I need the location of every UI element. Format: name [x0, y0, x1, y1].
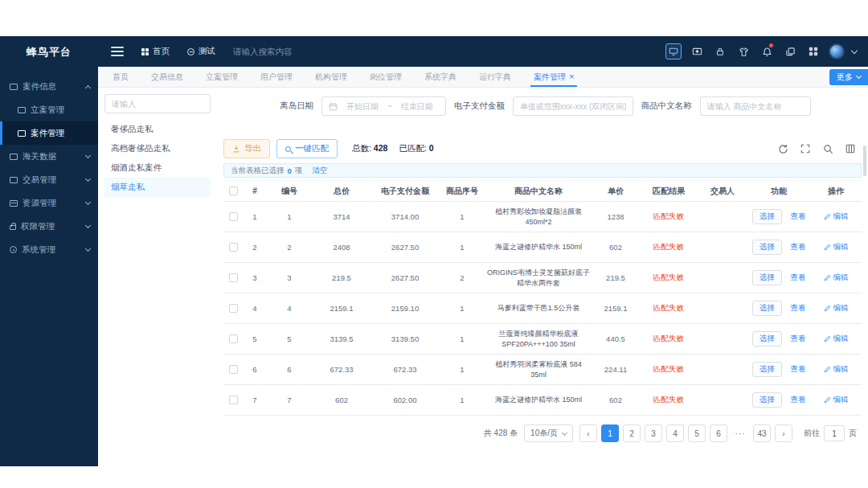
edit-link[interactable]: 编辑 — [824, 273, 849, 283]
page-button[interactable]: 6 — [710, 424, 727, 442]
sidebar-item[interactable]: 案件管理 — [0, 121, 98, 145]
edit-link[interactable]: 编辑 — [824, 242, 849, 252]
tab[interactable]: 岗位管理 × — [358, 67, 413, 87]
sidebar-item[interactable]: 交易管理 — [0, 168, 98, 191]
table-row: 1 1 3714 3714.00 1 植村秀彩妆卸妆凝脂洁颜装 450ml*2 … — [223, 202, 862, 232]
hamburger-menu-icon[interactable] — [111, 47, 124, 56]
page-button[interactable]: 3 — [645, 424, 662, 442]
sidebar-item[interactable]: 资源管理 — [0, 191, 98, 215]
start-date-input[interactable] — [341, 102, 384, 111]
column-settings-button[interactable] — [844, 142, 857, 155]
page-button[interactable]: ··· — [731, 424, 749, 442]
tab[interactable]: 交易信息 × — [140, 67, 194, 87]
fullscreen-button[interactable] — [799, 142, 812, 155]
page-button[interactable]: 4 — [666, 424, 684, 442]
page-button[interactable]: ‹ — [579, 424, 597, 442]
edit-link[interactable]: 编辑 — [824, 211, 849, 222]
category-item[interactable]: 奢侈品走私 — [104, 120, 211, 139]
select-button[interactable]: 选择 — [752, 209, 782, 224]
table-row: 3 3 219.5 2627.50 2 ORIGINS韦博士灵芝菌菇好底子精华水… — [223, 263, 862, 293]
edit-link[interactable]: 编辑 — [824, 303, 849, 314]
category-search-input[interactable] — [104, 94, 211, 113]
view-link[interactable]: 查看 — [790, 395, 805, 405]
tab[interactable]: 案件管理 × — [522, 67, 585, 87]
screen-share-icon[interactable] — [689, 43, 705, 59]
category-item[interactable]: 烟草走私 — [104, 178, 211, 197]
lock-icon[interactable] — [712, 43, 728, 59]
nav-test[interactable]: 测试 — [187, 46, 215, 57]
page-button[interactable]: 1 — [601, 424, 619, 442]
avatar[interactable] — [829, 43, 845, 59]
cell-seq: 1 — [439, 394, 485, 406]
view-link[interactable]: 查看 — [790, 303, 805, 314]
select-button[interactable]: 选择 — [752, 392, 782, 408]
notification-badge — [769, 43, 773, 47]
view-link[interactable]: 查看 — [790, 364, 805, 375]
sidebar-item[interactable]: 系统管理 — [0, 238, 98, 261]
table-toolbar: 导出 一键匹配 总数: 428 已匹配: 0 — [223, 139, 862, 158]
tab[interactable]: 立案管理 × — [194, 67, 249, 87]
cell-trader — [698, 307, 747, 310]
select-button[interactable]: 选择 — [752, 240, 782, 255]
view-link[interactable]: 查看 — [790, 334, 805, 344]
page-button[interactable]: 5 — [688, 424, 706, 442]
edit-link[interactable]: 编辑 — [824, 395, 849, 405]
tab[interactable]: 系统字典 × — [413, 67, 468, 87]
chevron-down-icon[interactable] — [851, 47, 858, 53]
global-search-input[interactable] — [233, 47, 362, 56]
bell-icon[interactable] — [759, 43, 775, 59]
row-checkbox[interactable] — [229, 334, 238, 343]
product-name-input[interactable] — [700, 96, 811, 116]
sidebar-item[interactable]: 权限管理 — [0, 215, 98, 238]
edit-link[interactable]: 编辑 — [824, 364, 849, 375]
view-link[interactable]: 查看 — [790, 242, 805, 252]
row-checkbox[interactable] — [229, 273, 238, 282]
cell-trader — [698, 399, 747, 402]
tab[interactable]: 用户管理 × — [249, 67, 304, 87]
category-item-label: 高档奢侈品走私 — [111, 143, 170, 153]
page-button[interactable]: 43 — [753, 424, 771, 442]
row-checkbox[interactable] — [229, 396, 238, 404]
refresh-button[interactable] — [776, 142, 789, 155]
sidebar-item[interactable]: 案件信息 — [0, 75, 98, 98]
more-button[interactable]: 更多 — [829, 69, 868, 85]
table-search-button[interactable] — [821, 142, 834, 155]
layers-icon[interactable] — [782, 43, 798, 59]
view-link[interactable]: 查看 — [790, 273, 805, 283]
nav-home[interactable]: 首页 — [141, 46, 170, 57]
monitor-icon[interactable] — [665, 43, 682, 59]
edit-link[interactable]: 编辑 — [824, 334, 849, 344]
page-size-select[interactable]: 10条/页 — [524, 424, 573, 442]
date-range-picker[interactable]: ~ — [321, 96, 446, 116]
apps-grid-icon[interactable] — [805, 43, 821, 59]
one-click-match-button[interactable]: 一键匹配 — [276, 139, 338, 158]
select-button[interactable]: 选择 — [752, 270, 782, 285]
tab[interactable]: 首页 × — [101, 67, 140, 87]
category-item[interactable]: 烟酒走私案件 — [104, 158, 211, 178]
row-checkbox[interactable] — [229, 365, 238, 374]
theme-shirt-icon[interactable] — [735, 43, 751, 59]
export-button[interactable]: 导出 — [223, 139, 270, 158]
page-button[interactable]: › — [775, 424, 792, 442]
end-date-input[interactable] — [395, 102, 439, 111]
row-checkbox[interactable] — [229, 243, 238, 252]
clear-selection-link[interactable]: 清空 — [312, 166, 327, 176]
row-checkbox[interactable] — [229, 212, 238, 221]
view-link[interactable]: 查看 — [790, 211, 805, 222]
pay-amount-input[interactable] — [513, 96, 633, 116]
jump-page-input[interactable] — [824, 425, 845, 441]
close-icon[interactable]: × — [569, 72, 574, 81]
select-button[interactable]: 选择 — [752, 301, 782, 316]
tab[interactable]: 机构管理 × — [304, 67, 358, 87]
select-all-checkbox[interactable] — [229, 187, 238, 195]
select-button[interactable]: 选择 — [752, 331, 782, 347]
select-button[interactable]: 选择 — [752, 362, 782, 377]
tab[interactable]: 运行字典 × — [468, 67, 522, 87]
category-item[interactable]: 高档奢侈品走私 — [104, 139, 211, 158]
sidebar-item[interactable]: 海关数据 — [0, 145, 98, 168]
sidebar-item[interactable]: 立案管理 — [0, 98, 98, 121]
scrollbar-thumb[interactable] — [863, 146, 866, 176]
row-checkbox[interactable] — [229, 304, 238, 313]
page-button[interactable]: 2 — [623, 424, 641, 442]
monitor-icon — [10, 154, 18, 160]
